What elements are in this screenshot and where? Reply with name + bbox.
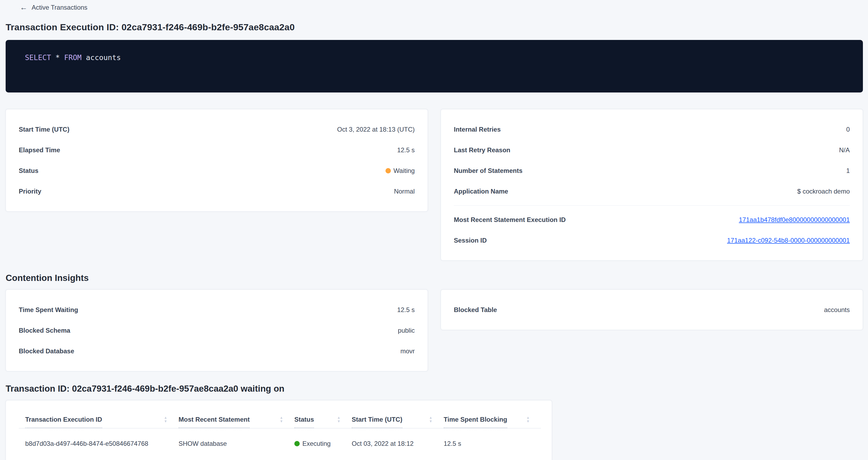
elapsed-time-value: 12.5 s: [397, 146, 415, 154]
waiting-on-heading: Transaction ID: 02ca7931-f246-469b-b2fe-…: [6, 384, 863, 394]
application-name-row: Application Name $ cockroach demo: [454, 181, 850, 202]
last-retry-reason-label: Last Retry Reason: [454, 146, 510, 154]
internal-retries-value: 0: [846, 125, 850, 133]
transaction-details-page: ← Active Transactions Transaction Execut…: [0, 0, 868, 460]
application-name-value: $ cockroach demo: [797, 187, 850, 195]
application-name-label: Application Name: [454, 187, 508, 195]
blocked-table-card: Blocked Table accounts: [441, 289, 863, 330]
status-value: Waiting: [385, 167, 415, 175]
start-time-value: Oct 3, 2022 at 18:13 (UTC): [337, 125, 415, 133]
blocked-database-value: movr: [401, 347, 415, 355]
waiting-on-table-header: Transaction Execution ID ▲▼ Most Recent …: [19, 409, 541, 428]
time-spent-waiting-row: Time Spent Waiting 12.5 s: [19, 300, 415, 320]
blocked-table-label: Blocked Table: [454, 306, 497, 314]
number-of-statements-value: 1: [846, 167, 850, 175]
status-label: Status: [19, 167, 38, 175]
sql-statement: SELECT * FROM accounts: [25, 53, 844, 62]
session-id-label: Session ID: [454, 237, 487, 244]
sql-statement-box: SELECT * FROM accounts: [6, 40, 863, 92]
cell-most-recent-statement: SHOW database: [179, 428, 294, 460]
internal-retries-label: Internal Retries: [454, 125, 501, 133]
session-id-row: Session ID 171aa122-c092-54b8-0000-00000…: [454, 230, 850, 251]
card-divider: [454, 205, 850, 206]
back-arrow-icon: ←: [20, 4, 27, 11]
start-time-row: Start Time (UTC) Oct 3, 2022 at 18:13 (U…: [19, 119, 415, 140]
statement-execution-id-label: Most Recent Statement Execution ID: [454, 216, 566, 223]
number-of-statements-label: Number of Statements: [454, 167, 523, 175]
contention-waiting-card: Time Spent Waiting 12.5 s Blocked Schema…: [6, 289, 428, 371]
internal-retries-row: Internal Retries 0: [454, 119, 850, 140]
sort-icon[interactable]: ▲▼: [280, 416, 283, 423]
cell-status-text: Executing: [302, 440, 331, 448]
blocked-database-row: Blocked Database movr: [19, 341, 415, 361]
waiting-on-table-row: b8d7d03a-d497-446b-8474-e50846674768 SHO…: [19, 428, 541, 460]
column-header-start-time[interactable]: Start Time (UTC) ▲▼: [352, 416, 444, 428]
statement-execution-id-link[interactable]: 171aa1b478fdf0e80000000000000001: [739, 216, 850, 223]
session-id-link[interactable]: 171aa122-c092-54b8-0000-000000000001: [727, 237, 850, 244]
details-card: Internal Retries 0 Last Retry Reason N/A…: [441, 109, 863, 260]
sql-keyword-select: SELECT: [25, 53, 51, 62]
sort-icon[interactable]: ▲▼: [164, 416, 167, 423]
last-retry-reason-row: Last Retry Reason N/A: [454, 140, 850, 160]
sort-icon[interactable]: ▲▼: [337, 416, 340, 423]
blocked-schema-value: public: [398, 327, 415, 334]
column-header-status[interactable]: Status ▲▼: [294, 416, 352, 428]
blocked-schema-label: Blocked Schema: [19, 327, 70, 334]
sql-operator: *: [51, 53, 64, 62]
priority-value: Normal: [394, 187, 415, 195]
blocked-schema-row: Blocked Schema public: [19, 320, 415, 341]
column-header-transaction-execution-id[interactable]: Transaction Execution ID ▲▼: [19, 416, 179, 428]
time-spent-waiting-label: Time Spent Waiting: [19, 306, 78, 314]
cell-time-spent-blocking: 12.5 s: [444, 428, 541, 460]
breadcrumb-label: Active Transactions: [32, 4, 87, 11]
blocked-table-value: accounts: [824, 306, 850, 314]
sql-table-name: accounts: [82, 53, 121, 62]
summary-cards-row: Start Time (UTC) Oct 3, 2022 at 18:13 (U…: [6, 109, 863, 260]
last-retry-reason-value: N/A: [839, 146, 850, 154]
status-row: Status Waiting: [19, 160, 415, 181]
cell-transaction-execution-id: b8d7d03a-d497-446b-8474-e50846674768: [19, 428, 179, 460]
waiting-status-dot-icon: [385, 168, 391, 174]
blocked-database-label: Blocked Database: [19, 347, 74, 355]
sql-keyword-from: FROM: [64, 53, 82, 62]
cell-start-time: Oct 03, 2022 at 18:12: [352, 428, 444, 460]
sort-icon[interactable]: ▲▼: [526, 416, 530, 423]
status-text: Waiting: [394, 167, 415, 175]
overview-card: Start Time (UTC) Oct 3, 2022 at 18:13 (U…: [6, 109, 428, 212]
waiting-on-table-card: Transaction Execution ID ▲▼ Most Recent …: [6, 400, 552, 460]
start-time-label: Start Time (UTC): [19, 125, 69, 133]
elapsed-time-row: Elapsed Time 12.5 s: [19, 140, 415, 160]
elapsed-time-label: Elapsed Time: [19, 146, 60, 154]
priority-label: Priority: [19, 187, 41, 195]
contention-insights-heading: Contention Insights: [6, 273, 863, 283]
cell-status: Executing: [294, 428, 352, 460]
priority-row: Priority Normal: [19, 181, 415, 202]
number-of-statements-row: Number of Statements 1: [454, 160, 850, 181]
page-title: Transaction Execution ID: 02ca7931-f246-…: [6, 22, 863, 32]
column-header-time-spent-blocking[interactable]: Time Spent Blocking ▲▼: [444, 416, 541, 428]
executing-status-dot-icon: [294, 441, 300, 446]
breadcrumb-back-active-transactions[interactable]: ← Active Transactions: [20, 4, 87, 11]
statement-execution-id-row: Most Recent Statement Execution ID 171aa…: [454, 209, 850, 230]
sort-icon[interactable]: ▲▼: [429, 416, 432, 423]
contention-cards-row: Time Spent Waiting 12.5 s Blocked Schema…: [6, 289, 863, 371]
time-spent-waiting-value: 12.5 s: [397, 306, 415, 314]
column-header-most-recent-statement[interactable]: Most Recent Statement ▲▼: [179, 416, 294, 428]
blocked-table-row: Blocked Table accounts: [454, 300, 850, 320]
